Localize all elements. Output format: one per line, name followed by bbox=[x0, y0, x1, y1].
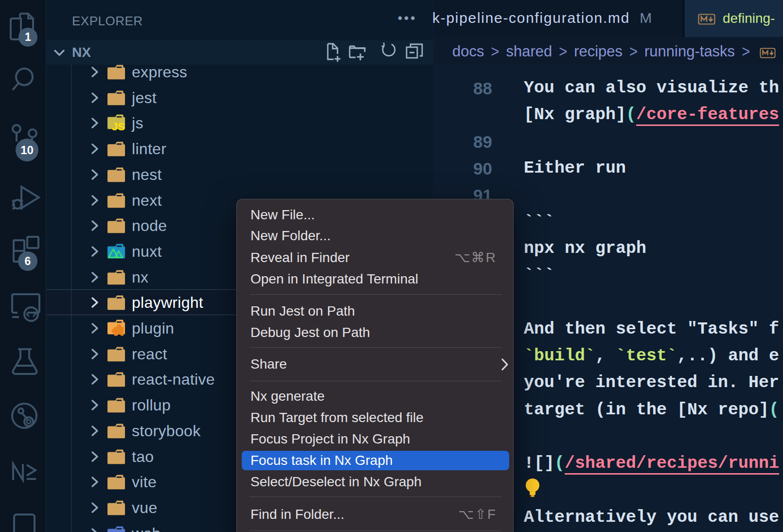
svg-text:JS: JS bbox=[112, 120, 125, 132]
